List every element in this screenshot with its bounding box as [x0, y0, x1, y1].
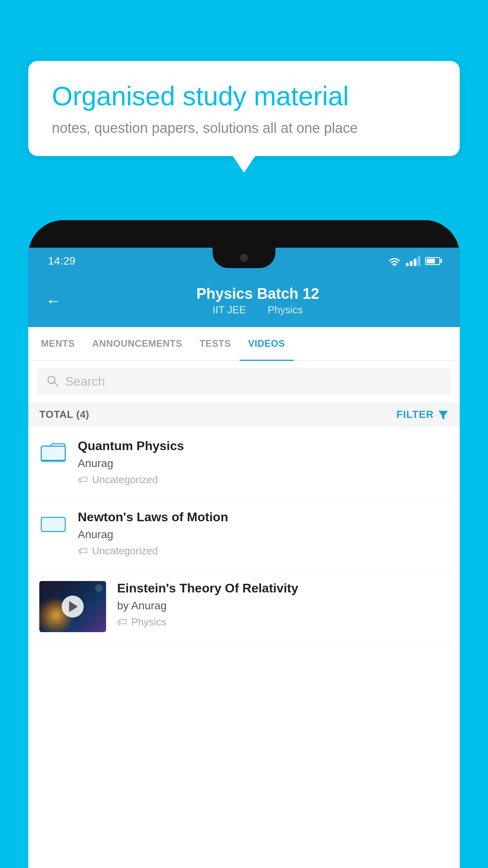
- search-box[interactable]: Search: [37, 368, 451, 395]
- notch: [213, 248, 275, 268]
- video-author: Anurag: [78, 528, 449, 541]
- video-info: Quantum Physics Anurag 🏷 Uncategorized: [78, 439, 449, 486]
- tab-videos[interactable]: VIDEOS: [240, 327, 294, 360]
- search-icon: [46, 375, 59, 389]
- app-header: ← Physics Batch 12 IIT JEE Physics: [28, 274, 460, 327]
- folder-icon: [40, 512, 66, 535]
- tab-tests[interactable]: TESTS: [191, 327, 240, 360]
- video-tag: 🏷 Uncategorized: [78, 474, 449, 486]
- video-title: Quantum Physics: [78, 439, 449, 453]
- svg-marker-4: [438, 411, 448, 419]
- folder-icon-container: [39, 510, 67, 537]
- search-container: Search: [28, 361, 460, 402]
- filter-row: TOTAL (4) FILTER: [28, 402, 460, 427]
- svg-line-3: [54, 383, 58, 386]
- bubble-title: Organised study material: [52, 81, 436, 111]
- battery-icon: [425, 257, 440, 265]
- subtitle-iit: IIT JEE: [213, 304, 246, 316]
- svg-point-1: [394, 265, 395, 266]
- video-list: Quantum Physics Anurag 🏷 Uncategorized N: [28, 427, 460, 868]
- camera-dot: [240, 254, 248, 262]
- wifi-icon: [388, 256, 401, 266]
- signal-icon: [406, 256, 420, 266]
- list-item[interactable]: Quantum Physics Anurag 🏷 Uncategorized: [28, 427, 460, 498]
- app-content: ← Physics Batch 12 IIT JEE Physics MENTS…: [28, 274, 460, 868]
- header-title-group: Physics Batch 12 IIT JEE Physics: [73, 285, 442, 316]
- svg-rect-8: [41, 517, 65, 531]
- battery-fill: [427, 259, 435, 263]
- list-item[interactable]: Einstein's Theory Of Relativity by Anura…: [28, 569, 460, 644]
- subtitle-physics: Physics: [268, 304, 303, 316]
- video-author: Anurag: [78, 457, 449, 470]
- status-bar: 14:29: [28, 248, 460, 274]
- speech-bubble: Organised study material notes, question…: [28, 61, 460, 156]
- filter-button[interactable]: FILTER: [396, 408, 449, 421]
- video-tag: 🏷 Physics: [117, 616, 449, 628]
- phone-frame: 14:29: [28, 220, 460, 868]
- play-button[interactable]: [62, 596, 84, 618]
- tag-label: Uncategorized: [92, 545, 158, 557]
- video-thumbnail: [39, 581, 106, 632]
- filter-icon: [438, 409, 449, 420]
- video-author: by Anurag: [117, 600, 449, 612]
- tabs-bar: MENTS ANNOUNCEMENTS TESTS VIDEOS: [28, 327, 460, 361]
- batch-title: Physics Batch 12: [196, 285, 319, 302]
- video-info: Newton's Laws of Motion Anurag 🏷 Uncateg…: [78, 510, 449, 557]
- total-count: TOTAL (4): [39, 408, 89, 421]
- svg-rect-7: [41, 446, 65, 460]
- tag-icon: 🏷: [78, 474, 88, 486]
- list-item[interactable]: Newton's Laws of Motion Anurag 🏷 Uncateg…: [28, 498, 460, 569]
- video-title: Newton's Laws of Motion: [78, 510, 449, 524]
- filter-label: FILTER: [396, 408, 434, 421]
- video-info: Einstein's Theory Of Relativity by Anura…: [117, 581, 449, 628]
- tag-label: Physics: [131, 616, 167, 628]
- folder-icon-container: [39, 439, 67, 466]
- search-placeholder: Search: [65, 374, 105, 389]
- play-triangle: [69, 601, 78, 612]
- phone-notch-bar: [28, 220, 460, 248]
- bubble-subtitle: notes, question papers, solutions all at…: [52, 120, 436, 136]
- tag-label: Uncategorized: [92, 474, 158, 486]
- batch-subtitle: IIT JEE Physics: [208, 304, 308, 316]
- status-icons: [388, 256, 440, 266]
- video-title: Einstein's Theory Of Relativity: [117, 581, 449, 596]
- status-time: 14:29: [48, 255, 75, 267]
- tag-icon: 🏷: [78, 545, 88, 557]
- back-button[interactable]: ←: [46, 292, 61, 310]
- tab-announcements[interactable]: ANNOUNCEMENTS: [84, 327, 191, 360]
- tag-icon: 🏷: [117, 616, 127, 628]
- tab-ments[interactable]: MENTS: [32, 327, 84, 360]
- video-tag: 🏷 Uncategorized: [78, 545, 449, 557]
- folder-icon: [40, 441, 66, 464]
